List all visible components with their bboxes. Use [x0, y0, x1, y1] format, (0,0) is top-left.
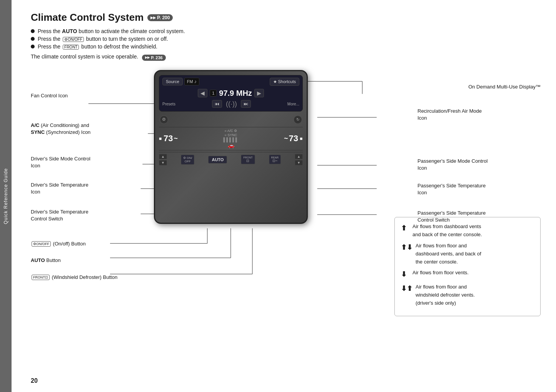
fan-bars: ▌▌▌▌▌	[224, 137, 239, 142]
shortcuts-button[interactable]: ★ Shortcuts	[270, 78, 299, 86]
bullet-dot	[31, 37, 35, 41]
freq-display: 97.9 MHz	[219, 89, 252, 98]
presets-label: Presets	[162, 102, 175, 106]
more-label: More...	[287, 102, 299, 106]
driver-mode-label: Driver's Side Mode ControlIcon	[31, 155, 90, 169]
fan-control-label: Fan Control Icon	[31, 92, 68, 99]
next-track-button[interactable]: ⏭	[241, 100, 251, 108]
page-title-text: Climate Control System	[31, 12, 144, 23]
recirc-label: Recirculation/Fresh Air ModeIcon	[417, 108, 541, 122]
onoff-label: ⚙ON/OFF (On/off) Button	[31, 240, 86, 247]
recirc-icon: ↻	[294, 115, 302, 124]
title-ref-badge: P. 200	[147, 14, 173, 21]
control-unit: Source FM ♪ ★ Shortcuts ◀ 1	[150, 66, 312, 228]
screen-area: Source FM ♪ ★ Shortcuts ◀ 1	[159, 75, 303, 112]
airflow-item-3: ⬇ Air flows from floor vents.	[401, 269, 534, 280]
bottom-controls: ▲ ▼ ⚙ ON/ OFF AUTO FRONT ⊡	[159, 152, 303, 167]
bullet-list: Press the AUTO button to activate the cl…	[31, 28, 541, 50]
airflow-box: ⬆ Air flows from dashboard ventsand back…	[394, 217, 541, 316]
prev-track-button[interactable]: ⏮	[212, 100, 222, 108]
freq-row: ◀ 1 97.9 MHz ▶	[162, 87, 299, 99]
presets-row: Presets ⏮ ((·)) ⏭ More...	[162, 99, 299, 109]
fm-display: FM ♪	[184, 78, 199, 85]
diagram-area: Source FM ♪ ★ Shortcuts ◀ 1	[31, 66, 541, 316]
bullet-3: Press the FRONT button to defrost the wi…	[31, 43, 541, 50]
main-content: Climate Control System P. 200 Press the …	[12, 0, 556, 392]
airflow-symbol-2: ⬆⬇	[401, 242, 412, 253]
airflow-symbol-3: ⬇	[401, 269, 409, 280]
wave-icon: ((·))	[224, 100, 239, 108]
freq-prev[interactable]: ◀	[198, 89, 207, 97]
media-controls: ⏮ ((·)) ⏭	[212, 100, 251, 108]
page-title-row: Climate Control System P. 200	[31, 12, 541, 23]
music-icon: ♪	[194, 79, 197, 84]
fan-control-icon: ⚙	[160, 115, 168, 124]
onoff-button[interactable]: ⚙ ON/ OFF	[181, 155, 194, 165]
bullet-1: Press the AUTO button to activate the cl…	[31, 28, 541, 34]
airflow-symbol-4: ⬇⬆	[401, 283, 412, 294]
passenger-temp-up[interactable]: ▲	[295, 154, 303, 159]
front-defrost-button[interactable]: FRONT ⊡	[241, 155, 255, 164]
front-label: FRONT⊡ (Windshield Defroster) Button	[31, 274, 117, 281]
bullet-dot	[31, 45, 35, 48]
driver-temp-up[interactable]: ▲	[159, 154, 167, 159]
passenger-temp-icon-label: Passenger's Side TemperatureIcon	[417, 182, 541, 196]
voice-line: The climate control system is voice oper…	[31, 53, 541, 61]
airflow-item-1: ⬆ Air flows from dashboard ventsand back…	[401, 223, 534, 239]
freq-channel: 1	[210, 90, 217, 97]
fan-recirc-row: ⚙ ↻	[159, 114, 303, 125]
temp-row: ◆ 73 ~ = A/C ⚙ = SYNC ▌▌▌▌▌ 🚗 ~ 73 ◆	[159, 127, 303, 150]
bullet-dot	[31, 29, 35, 33]
auto-button[interactable]: AUTO	[208, 156, 227, 163]
sidebar: Quick Reference Guide	[0, 0, 12, 392]
passenger-temp-arrows: ▲ ▼	[295, 154, 303, 165]
voice-badge: P. 236	[142, 55, 165, 61]
top-bar: Source FM ♪ ★ Shortcuts	[162, 78, 299, 86]
bullet-2: Press the ⚙ON/OFF button to turn the sys…	[31, 36, 541, 42]
control-unit-display: Source FM ♪ ★ Shortcuts ◀ 1	[154, 70, 308, 224]
driver-temp-display: ◆ 73 ~	[159, 133, 178, 143]
source-button[interactable]: Source	[162, 78, 183, 85]
passenger-temp-display: ~ 73 ◆	[284, 133, 303, 143]
driver-temp-icon-label: Driver's Side TemperatureIcon	[31, 182, 88, 195]
car-icon: 🚗	[228, 142, 234, 148]
passenger-mode-label: Passenger's Side Mode ControlIcon	[417, 158, 541, 172]
airflow-item-4: ⬇⬆ Air flows from floor andwindshield de…	[401, 283, 534, 307]
sidebar-label: Quick Reference Guide	[3, 168, 8, 224]
onoff-inline-badge: ⚙ON/OFF	[63, 37, 84, 42]
airflow-symbol-1: ⬆	[401, 223, 409, 234]
rear-defrost-button[interactable]: REAR ⊡~	[269, 155, 281, 164]
freq-next[interactable]: ▶	[254, 89, 264, 97]
driver-temp-arrows: ▲ ▼	[159, 154, 167, 165]
auto-label: AUTO Button	[31, 257, 61, 264]
front-inline-badge: FRONT	[63, 45, 79, 50]
passenger-temp-down[interactable]: ▼	[295, 160, 303, 165]
driver-temp-switch-label: Driver's Side TemperatureControl Switch	[31, 209, 88, 222]
ac-sync-label: A/C (Air Conditioning) andSYNC (Synchron…	[31, 122, 90, 136]
driver-temp-down[interactable]: ▼	[159, 160, 167, 165]
airflow-item-2: ⬆⬇ Air flows from floor anddashboard ven…	[401, 242, 534, 266]
page-number: 20	[31, 377, 38, 384]
ac-sync-area: = A/C ⚙ = SYNC ▌▌▌▌▌ 🚗	[224, 129, 239, 148]
on-demand-label: On Demand Multi-Use Display™	[417, 83, 541, 90]
